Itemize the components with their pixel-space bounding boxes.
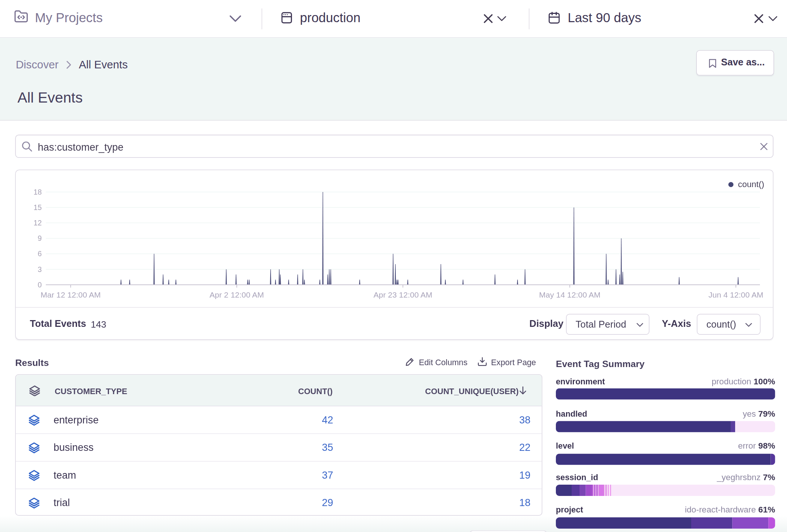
svg-text:18: 18	[33, 188, 42, 196]
svg-text:Apr 23 12:00 AM: Apr 23 12:00 AM	[374, 290, 432, 299]
svg-text:May 14 12:00 AM: May 14 12:00 AM	[539, 290, 600, 299]
svg-text:15: 15	[33, 203, 42, 212]
svg-text:6: 6	[38, 249, 42, 258]
svg-text:3: 3	[38, 265, 42, 274]
svg-text:12: 12	[33, 219, 42, 227]
svg-text:9: 9	[38, 234, 42, 242]
svg-text:Apr 2 12:00 AM: Apr 2 12:00 AM	[210, 290, 264, 299]
svg-text:Jun 4 12:00 AM: Jun 4 12:00 AM	[708, 290, 763, 299]
svg-text:0: 0	[38, 281, 42, 289]
svg-text:Mar 12 12:00 AM: Mar 12 12:00 AM	[41, 290, 101, 299]
